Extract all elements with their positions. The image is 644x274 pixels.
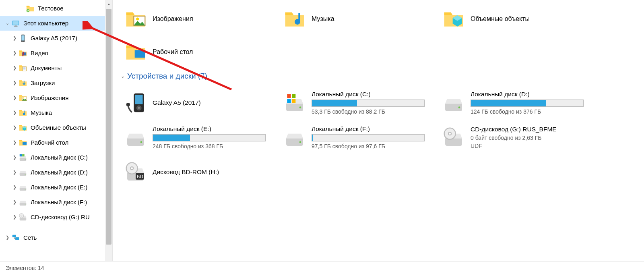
svg-rect-15 xyxy=(20,154,22,156)
svg-point-34 xyxy=(138,107,140,109)
folder-tile-music[interactable]: Музыка xyxy=(280,2,439,35)
cd-icon xyxy=(441,125,466,150)
svg-rect-13 xyxy=(23,142,27,145)
scroll-up-button[interactable]: ▴ xyxy=(105,0,112,7)
drive-tile[interactable]: BDДисковод BD-ROM (H:) xyxy=(121,155,280,189)
tree-item-label: Видео xyxy=(31,50,48,56)
svg-rect-32 xyxy=(135,95,143,104)
expander-icon[interactable]: ❯ xyxy=(11,139,18,146)
svg-rect-36 xyxy=(287,94,291,98)
svg-point-12 xyxy=(23,97,24,98)
drive-tile[interactable]: Локальный диск (F:)97,5 ГБ свободно из 9… xyxy=(280,120,439,155)
svg-point-7 xyxy=(23,41,23,42)
drives-section-title: Устройства и диски (7) xyxy=(127,72,207,81)
svg-rect-39 xyxy=(292,99,295,103)
svg-rect-22 xyxy=(12,235,16,237)
drive-usage-bar xyxy=(471,100,584,107)
drive-tile[interactable]: Локальный диск (C:)53,3 ГБ свободно из 8… xyxy=(280,85,439,120)
drive-free-text: 248 ГБ свободно из 368 ГБ xyxy=(153,143,266,149)
svg-rect-16 xyxy=(22,154,25,156)
tree-item-documents[interactable]: ❯Документы xyxy=(0,60,112,75)
drive-free-text: 124 ГБ свободно из 376 ГБ xyxy=(471,108,584,115)
drive-tile[interactable]: Galaxy A5 (2017) xyxy=(121,85,280,120)
drive-name: Локальный диск (E:) xyxy=(153,125,266,133)
3d-icon xyxy=(441,6,466,32)
tree-item-disk[interactable]: ❯Локальный диск (D:) xyxy=(0,165,112,180)
expander-icon[interactable]: ❯ xyxy=(11,154,18,161)
drive-tile[interactable]: Локальный диск (E:)248 ГБ свободно из 36… xyxy=(121,120,280,155)
tree-item-label: Сеть xyxy=(23,234,37,241)
svg-rect-4 xyxy=(14,26,17,27)
drive-tile[interactable]: CD-дисковод (G:) RUS_BFME0 байт свободно… xyxy=(439,120,598,155)
mp3-icon xyxy=(123,90,149,116)
svg-point-28 xyxy=(136,18,139,21)
folder-tile-pictures[interactable]: Изображения xyxy=(121,2,280,35)
navigation-sidebar: Тестовое⌄Этот компьютер❯Galaxy A5 (2017)… xyxy=(0,0,113,274)
folder-tile-desktop[interactable]: Рабочий стол xyxy=(121,35,280,68)
scroll-thumb[interactable] xyxy=(106,9,111,245)
svg-point-14 xyxy=(25,159,26,160)
documents-icon xyxy=(19,64,27,73)
svg-point-30 xyxy=(126,103,130,106)
desktop-icon xyxy=(19,138,27,147)
tree-item-folder-test[interactable]: Тестовое xyxy=(0,1,112,16)
tree-item-desktop[interactable]: ❯Рабочий стол xyxy=(0,135,112,150)
disk-win-icon xyxy=(282,90,308,116)
tree-item-downloads[interactable]: ❯Загрузки xyxy=(0,75,112,90)
folder-name: Музыка xyxy=(312,15,334,23)
disk-icon xyxy=(19,183,27,192)
expander-icon[interactable]: ⌄ xyxy=(4,20,10,27)
svg-rect-38 xyxy=(287,99,291,103)
drive-name: Локальный диск (F:) xyxy=(312,125,425,133)
folder-name: Рабочий стол xyxy=(153,48,193,56)
tree-item-label: Музыка xyxy=(31,109,52,116)
expander-icon[interactable]: ❯ xyxy=(11,169,18,176)
tree-item-3d[interactable]: ❯Объемные объекты xyxy=(0,120,112,135)
expander-icon[interactable]: ❯ xyxy=(11,110,18,116)
expander-icon[interactable]: ❯ xyxy=(11,184,18,191)
expander-icon[interactable]: ❯ xyxy=(11,35,18,42)
expander-icon[interactable]: ❯ xyxy=(11,125,18,131)
tree-item-music[interactable]: ❯Музыка xyxy=(0,105,112,120)
folder-test-icon xyxy=(26,4,35,13)
bd-icon: BD xyxy=(123,159,149,185)
tree-item-disk-c[interactable]: ❯Локальный диск (C:) xyxy=(0,150,112,165)
expander-icon[interactable]: ❯ xyxy=(11,80,18,86)
svg-rect-29 xyxy=(135,50,145,58)
tree-item-pictures[interactable]: ❯Изображения xyxy=(0,90,112,105)
expander-icon[interactable]: ❯ xyxy=(11,65,18,71)
pictures-icon xyxy=(19,93,27,102)
folder-name: Изображения xyxy=(153,15,193,23)
tree-item-pc[interactable]: ⌄Этот компьютер xyxy=(0,16,112,31)
tree-item-label: CD-дисковод (G:) RU xyxy=(31,214,90,220)
pc-icon xyxy=(11,19,20,28)
drive-tile[interactable]: Локальный диск (D:)124 ГБ свободно из 37… xyxy=(439,85,598,120)
expander-icon[interactable]: ❯ xyxy=(11,95,18,101)
expander-icon[interactable]: ❯ xyxy=(4,235,10,241)
svg-rect-6 xyxy=(21,35,24,40)
sidebar-scrollbar[interactable]: ▴ ▾ xyxy=(105,0,112,274)
tree-item-phone[interactable]: ❯Galaxy A5 (2017) xyxy=(0,31,112,46)
tree-item-disk[interactable]: ❯Локальный диск (F:) xyxy=(0,195,112,210)
drive-usage-bar xyxy=(153,134,266,141)
svg-point-17 xyxy=(25,174,26,174)
chevron-down-icon: ⌄ xyxy=(121,73,125,79)
folder-tile-3d[interactable]: Объемные объекты xyxy=(439,2,598,35)
svg-point-21 xyxy=(21,215,22,216)
expander-icon[interactable]: ❯ xyxy=(11,199,18,206)
svg-point-18 xyxy=(25,189,26,189)
drive-name: Galaxy A5 (2017) xyxy=(153,99,266,106)
tree-item-video[interactable]: ❯Видео xyxy=(0,46,112,60)
drives-section-header[interactable]: ⌄ Устройства и диски (7) xyxy=(121,72,640,81)
svg-point-44 xyxy=(448,132,451,135)
tree-item-cd[interactable]: ❯CD-дисковод (G:) RU xyxy=(0,210,112,224)
tree-item-network[interactable]: ❯Сеть xyxy=(0,230,112,245)
tree-item-label: Тестовое xyxy=(38,5,64,12)
tree-item-label: Локальный диск (F:) xyxy=(31,199,87,206)
tree-item-label: Galaxy A5 (2017) xyxy=(31,35,77,42)
expander-icon[interactable]: ❯ xyxy=(11,50,18,56)
expander-icon[interactable]: ❯ xyxy=(11,214,18,220)
tree-item-label: Рабочий стол xyxy=(31,139,68,146)
tree-item-disk[interactable]: ❯Локальный диск (E:) xyxy=(0,180,112,195)
drive-fs-text: UDF xyxy=(471,143,584,149)
